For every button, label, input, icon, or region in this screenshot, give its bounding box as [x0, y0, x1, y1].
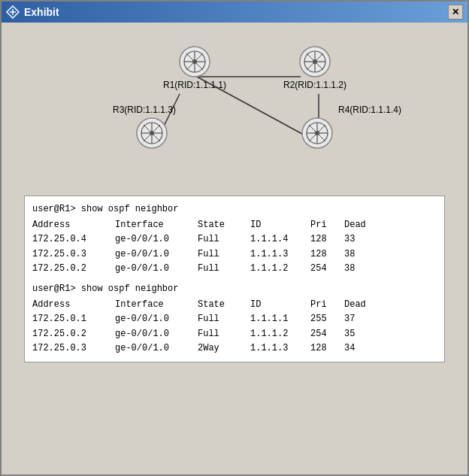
- app-icon: [6, 5, 20, 19]
- router-r4-label: R4(RID:1.1.1.4): [338, 105, 401, 115]
- table-row: 172.25.0.3 ge-0/0/1.0 2Way 1.1.1.3 128 3…: [32, 341, 437, 356]
- col-id-2: ID: [250, 298, 310, 312]
- col-pri-2: Pri: [310, 298, 344, 312]
- table-row: 172.25.0.4 ge-0/0/1.0 Full 1.1.1.4 128 3…: [32, 232, 437, 247]
- router-r2: R2(RID:1.1.1.2): [283, 45, 346, 90]
- col-address-2: Address: [32, 298, 115, 312]
- col-id-1: ID: [250, 218, 310, 232]
- col-dead-1: Dead: [344, 218, 378, 232]
- router-r2-label: R2(RID:1.1.1.2): [283, 80, 346, 90]
- col-address-1: Address: [32, 218, 115, 232]
- table-2-header: Address Interface State ID Pri Dead: [32, 298, 437, 312]
- router-r1-icon: [178, 45, 211, 78]
- router-r3: R3(RID:1.1.1.3): [135, 117, 168, 150]
- close-button[interactable]: ✕: [448, 5, 463, 20]
- table-row: 172.25.0.1 ge-0/0/1.0 Full 1.1.1.1 255 3…: [32, 312, 437, 326]
- content-area: R1(RID:1.1.1.1) R2(RID:1.1.1.2) R3(RID:1…: [2, 23, 467, 474]
- title-bar: Exhibit ✕: [2, 2, 467, 23]
- router-r1-label: R1(RID:1.1.1.1): [163, 80, 226, 90]
- router-r3-label: R3(RID:1.1.1.3): [113, 105, 176, 115]
- router-r3-icon: [135, 117, 168, 150]
- main-window: Exhibit ✕: [0, 0, 469, 476]
- cmd-line-2: user@R1> show ospf neighbor: [32, 282, 437, 296]
- col-interface-1: Interface: [115, 218, 198, 232]
- ospf-table-panel: user@R1> show ospf neighbor Address Inte…: [24, 196, 445, 362]
- table-row: 172.25.0.2 ge-0/0/1.0 Full 1.1.1.2 254 3…: [32, 327, 437, 341]
- col-state-1: State: [198, 218, 250, 232]
- col-pri-1: Pri: [310, 218, 344, 232]
- col-interface-2: Interface: [115, 298, 198, 312]
- router-r4: R4(RID:1.1.1.4): [301, 117, 334, 150]
- spacer-1: [32, 276, 437, 282]
- cmd-line-1: user@R1> show ospf neighbor: [32, 202, 437, 217]
- title-bar-left: Exhibit: [6, 5, 59, 19]
- table-1-header: Address Interface State ID Pri Dead: [32, 218, 437, 232]
- router-r2-icon: [298, 45, 331, 78]
- network-diagram: R1(RID:1.1.1.1) R2(RID:1.1.1.2) R3(RID:1…: [24, 38, 445, 188]
- table-row: 172.25.0.2 ge-0/0/1.0 Full 1.1.1.2 254 3…: [32, 262, 437, 276]
- col-state-2: State: [198, 298, 250, 312]
- col-dead-2: Dead: [344, 298, 378, 312]
- window-title: Exhibit: [24, 6, 59, 18]
- router-r4-icon: [301, 117, 334, 150]
- table-row: 172.25.0.3 ge-0/0/1.0 Full 1.1.1.3 128 3…: [32, 247, 437, 262]
- router-r1: R1(RID:1.1.1.1): [163, 45, 226, 90]
